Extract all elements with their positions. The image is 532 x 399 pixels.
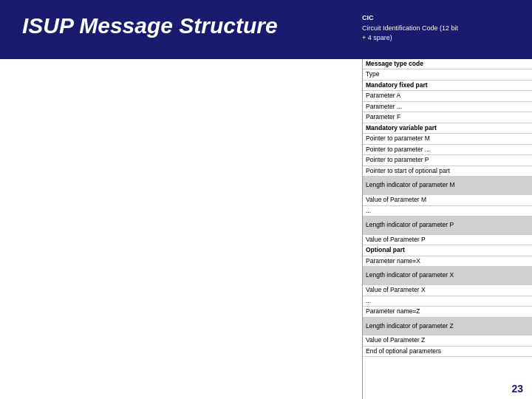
- optional-part-label: Optional part: [363, 245, 532, 256]
- table-row: Pointer to parameter P: [363, 155, 532, 166]
- table-row: Parameter F: [363, 112, 532, 123]
- length-indicator-p: Length indicator of parameter P: [363, 216, 532, 235]
- table-row: Mandatory fixed part: [363, 81, 532, 91]
- table-row: Value of Parameter Z: [363, 335, 532, 346]
- content-area: Message type code Type Mandatory fixed p…: [0, 59, 532, 399]
- table-row: ...: [363, 206, 532, 216]
- slide-header: ISUP Message Structure CIC Circuit Ident…: [0, 0, 532, 59]
- table-row: Parameter name=X: [363, 256, 532, 267]
- table-row: Mandatory variable part: [363, 123, 532, 134]
- length-indicator-x: Length indicator of parameter X: [363, 267, 532, 285]
- table-row: Message type code: [363, 59, 532, 69]
- table-row: Pointer to start of optional part: [363, 166, 532, 177]
- table-row: Value of Parameter X: [363, 285, 532, 296]
- slide-title: ISUP Message Structure: [22, 13, 278, 38]
- table-row: Parameter A: [363, 91, 532, 101]
- cic-label: CIC: [362, 13, 510, 24]
- table-row: End of optional parameters: [363, 347, 532, 357]
- page-number: 23: [511, 383, 523, 395]
- table-row: Pointer to parameter ...: [363, 145, 532, 155]
- table-row: Pointer to parameter M: [363, 134, 532, 144]
- cic-desc: Circuit Identification Code (12 bit+ 4 s…: [362, 24, 510, 44]
- left-panel: [0, 59, 362, 399]
- table-row: Parameter name=Z: [363, 307, 532, 317]
- table-row: Value of Parameter P: [363, 235, 532, 245]
- length-indicator-m: Length indicator of parameter M: [363, 177, 532, 195]
- table-top: Message type code Type Mandatory fixed p…: [363, 59, 532, 357]
- header-cic: CIC Circuit Identification Code (12 bit+…: [362, 13, 510, 44]
- table-row: ...: [363, 296, 532, 307]
- length-indicator-z: Length indicator of parameter Z: [363, 318, 532, 336]
- slide: ISUP Message Structure CIC Circuit Ident…: [0, 0, 532, 399]
- table-row: Type: [363, 69, 532, 80]
- table-row: Parameter ...: [363, 102, 532, 112]
- right-panel: Message type code Type Mandatory fixed p…: [362, 59, 532, 399]
- table-row: Value of Parameter M: [363, 195, 532, 205]
